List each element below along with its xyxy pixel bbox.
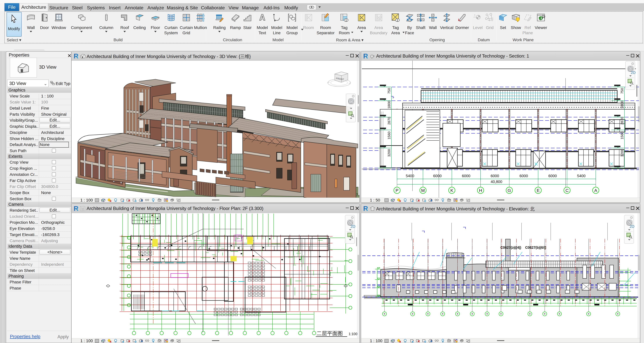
svg-text:750: 750 — [387, 88, 391, 94]
svg-text:K: K — [450, 188, 453, 193]
svg-text:6000: 6000 — [520, 174, 528, 178]
svg-text:H: H — [479, 188, 482, 193]
svg-text:P: P — [396, 188, 398, 193]
svg-text:5400: 5400 — [577, 174, 586, 178]
svg-text:1: 1 — [397, 19, 398, 22]
svg-text:R: R — [363, 53, 368, 59]
svg-text:2870: 2870 — [387, 117, 391, 125]
svg-text:E: E — [537, 188, 540, 193]
svg-text:1560: 1560 — [387, 132, 391, 139]
svg-text:40,800: 40,800 — [490, 180, 502, 184]
svg-text:G: G — [508, 188, 511, 193]
svg-text:M: M — [421, 188, 425, 193]
svg-text:C0627(b)(6/|): C0627(b)(6/|) — [525, 246, 546, 250]
svg-text:1800: 1800 — [620, 101, 624, 109]
svg-text:3200: 3200 — [387, 149, 391, 157]
svg-text:R: R — [74, 53, 78, 59]
svg-text:2870: 2870 — [620, 117, 624, 125]
svg-text:6000: 6000 — [490, 174, 499, 178]
svg-text:C0627(≥)(|4|): C0627(≥)(|4|) — [500, 246, 521, 250]
svg-text:1800: 1800 — [387, 101, 391, 109]
svg-text:1560: 1560 — [620, 132, 624, 139]
svg-text:A: A — [594, 188, 597, 193]
svg-text:6000: 6000 — [433, 174, 442, 178]
svg-text:1: 1 — [474, 14, 476, 16]
svg-text:1: 1 — [346, 19, 347, 22]
svg-text:5400: 5400 — [406, 174, 414, 178]
svg-text:C: C — [566, 188, 568, 193]
svg-text:6000: 6000 — [462, 174, 470, 178]
svg-text:R: R — [74, 205, 78, 212]
svg-text:3200: 3200 — [620, 149, 624, 157]
svg-text:750: 750 — [620, 88, 624, 94]
svg-text:6000: 6000 — [548, 174, 557, 178]
svg-text:R: R — [363, 205, 368, 212]
